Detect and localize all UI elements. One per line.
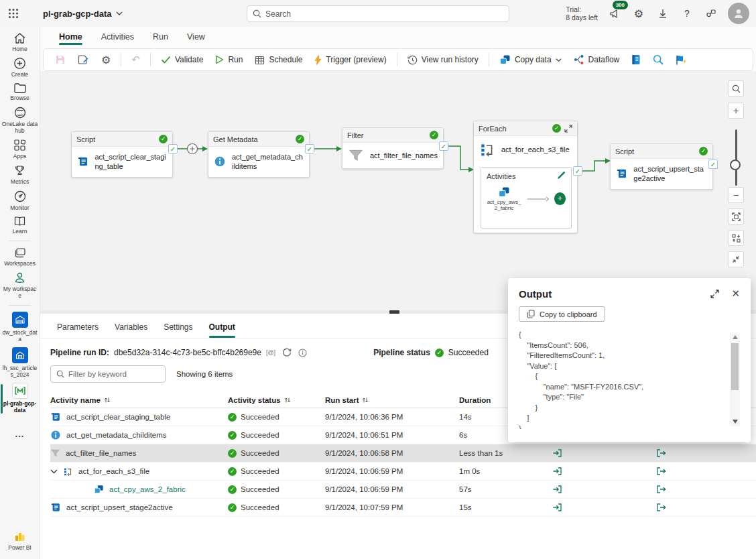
- scrollbar[interactable]: [730, 332, 740, 426]
- home-icon: [13, 32, 26, 44]
- success-badge-icon: ✓: [430, 131, 438, 139]
- chevron-down-icon[interactable]: [50, 469, 58, 474]
- dataflow-button[interactable]: Dataflow: [569, 52, 625, 68]
- sidebar-item-my-workspace[interactable]: My workspace: [1, 271, 40, 299]
- copy-run-id-icon[interactable]: [@]: [266, 349, 275, 356]
- tab-activities[interactable]: Activities: [94, 28, 141, 47]
- copy-to-clipboard-button[interactable]: Copy to clipboard: [519, 306, 605, 322]
- active-indicator: [1, 384, 3, 414]
- run-button[interactable]: Run: [210, 52, 247, 67]
- sort-icon[interactable]: [284, 397, 291, 403]
- activity-output-icon[interactable]: [653, 482, 668, 497]
- table-row-selected[interactable]: act_filter_file_names ✓Succeeded 9/1/202…: [50, 444, 756, 462]
- activity-input-icon[interactable]: [550, 500, 564, 515]
- tab-view[interactable]: View: [180, 28, 212, 47]
- activity-input-icon[interactable]: [550, 464, 564, 479]
- tab-home[interactable]: Home: [52, 28, 89, 47]
- tab-run[interactable]: Run: [146, 28, 175, 47]
- table-row[interactable]: act_script_upsert_stage2active ✓Succeede…: [50, 499, 756, 517]
- collapse-icon[interactable]: [564, 125, 572, 133]
- activity-node-script-clear-staging[interactable]: Script ✓ act_script_clear_staging_table: [71, 131, 173, 178]
- activity-input-icon[interactable]: [550, 482, 564, 497]
- sidebar-item-lh-ssc-articles[interactable]: lh_ssc_articles_2024: [1, 347, 40, 378]
- splitter-grip[interactable]: [389, 310, 399, 314]
- settings-gear-icon[interactable]: ⚙: [631, 6, 646, 21]
- undo-button[interactable]: ↶: [127, 51, 145, 68]
- table-row-child[interactable]: act_cpy_aws_2_fabric ✓Succeeded 9/1/2024…: [50, 481, 756, 499]
- search-tool-button[interactable]: [648, 52, 668, 68]
- sidebar-item-monitor[interactable]: Monitor: [1, 190, 40, 211]
- sidebar-item-metrics[interactable]: Metrics: [1, 164, 40, 185]
- pipeline-canvas[interactable]: Script ✓ act_script_clear_staging_table …: [40, 71, 756, 310]
- zoom-out-button[interactable]: −: [728, 187, 744, 203]
- expand-icon[interactable]: [710, 290, 719, 298]
- sort-icon[interactable]: [104, 397, 111, 403]
- output-port-check[interactable]: ✓: [168, 144, 178, 153]
- help-icon[interactable]: ?: [680, 6, 694, 21]
- copy-data-button[interactable]: Copy data: [495, 52, 566, 68]
- output-port-check[interactable]: ✓: [439, 141, 448, 151]
- app-launcher-icon[interactable]: [0, 0, 27, 27]
- fit-to-screen-button[interactable]: [728, 208, 744, 225]
- tab-output[interactable]: Output: [202, 319, 242, 338]
- activity-input-icon[interactable]: [550, 446, 564, 460]
- activity-filter-input[interactable]: Filter by keyword: [50, 365, 166, 383]
- view-run-history-button[interactable]: View run history: [403, 52, 483, 68]
- edit-pencil-icon[interactable]: [557, 172, 566, 180]
- output-port-check[interactable]: ✓: [305, 144, 314, 153]
- pipeline-title-menu[interactable]: pl-grab-gcp-data: [43, 9, 123, 19]
- zoom-slider-handle[interactable]: [730, 160, 741, 170]
- copy-data-icon[interactable]: [498, 186, 510, 198]
- save-button[interactable]: [50, 52, 70, 68]
- account-avatar[interactable]: [728, 3, 749, 24]
- foreach-activities-container[interactable]: Activities act_cpy_aws_2_fabric +: [481, 167, 572, 229]
- download-icon[interactable]: [655, 6, 670, 21]
- sidebar-item-home[interactable]: Home: [1, 32, 40, 52]
- global-search-input[interactable]: Search: [247, 5, 509, 22]
- schedule-button[interactable]: Schedule: [250, 52, 307, 68]
- sidebar-item-workspaces[interactable]: Workspaces: [1, 247, 40, 267]
- canvas-search-button[interactable]: [728, 80, 744, 97]
- sidebar-item-apps[interactable]: Apps: [1, 139, 40, 160]
- activity-output-icon[interactable]: [653, 464, 668, 479]
- output-port-check[interactable]: ✓: [708, 160, 718, 169]
- person-workspace-icon: [13, 271, 26, 284]
- feedback-icon[interactable]: [704, 6, 718, 21]
- sidebar-item-pl-grab-gcp-data[interactable]: pl-grab-gcp-data: [1, 383, 40, 414]
- activity-output-icon[interactable]: [653, 500, 668, 515]
- pipeline-settings-button[interactable]: ⚙: [97, 51, 115, 69]
- activity-node-get-metadata[interactable]: Get Metadata ✓ act_get_metadata_childite…: [208, 131, 310, 178]
- info-icon[interactable]: [298, 349, 307, 357]
- sidebar-item-create[interactable]: Create: [1, 57, 40, 78]
- activity-node-script-upsert[interactable]: Script ✓ act_script_upsert_stage2active: [610, 143, 713, 190]
- sidebar-item-dw-stock-data[interactable]: dw_stock_data: [1, 312, 40, 343]
- sidebar-item-power-bi[interactable]: Power BI: [1, 530, 40, 551]
- tab-parameters[interactable]: Parameters: [50, 319, 105, 338]
- refresh-icon[interactable]: [282, 348, 292, 357]
- sidebar-item-browse[interactable]: Browse: [1, 82, 40, 101]
- add-inner-activity-button[interactable]: +: [554, 192, 566, 205]
- flag-button[interactable]: [671, 52, 692, 68]
- sidebar-item-onelake[interactable]: OneLake data hub: [1, 106, 40, 134]
- sidebar-more-button[interactable]: ...: [1, 429, 40, 439]
- trigger-button[interactable]: Trigger (preview): [310, 52, 391, 68]
- auto-align-button[interactable]: [728, 230, 744, 246]
- tab-settings[interactable]: Settings: [157, 319, 199, 338]
- activity-output-icon[interactable]: [653, 446, 668, 460]
- close-icon[interactable]: ✕: [731, 288, 740, 300]
- table-row[interactable]: act_for_each_s3_file ✓Succeeded 9/1/2024…: [50, 462, 756, 481]
- activity-link[interactable]: act_cpy_aws_2_fabric: [109, 485, 186, 493]
- save-as-button[interactable]: [73, 52, 94, 68]
- tab-variables[interactable]: Variables: [108, 319, 154, 338]
- collapse-panel-button[interactable]: [728, 251, 744, 267]
- sort-icon[interactable]: [362, 397, 369, 403]
- activity-node-filter[interactable]: Filter ✓ act_filter_file_names: [342, 127, 444, 169]
- announcements-icon[interactable]: 300: [607, 6, 622, 21]
- validate-button[interactable]: Validate: [156, 52, 208, 67]
- output-json-viewer[interactable]: { "ItemsCount": 506, "FilteredItemsCount…: [519, 330, 740, 429]
- sidebar-item-learn[interactable]: Learn: [1, 216, 40, 235]
- notebook-button[interactable]: [627, 52, 645, 68]
- activity-node-foreach[interactable]: ForEach ✓ act_for_each_s3_file Activitie…: [473, 121, 578, 233]
- output-port-check[interactable]: ✓: [573, 166, 582, 176]
- zoom-in-button[interactable]: +: [728, 103, 744, 119]
